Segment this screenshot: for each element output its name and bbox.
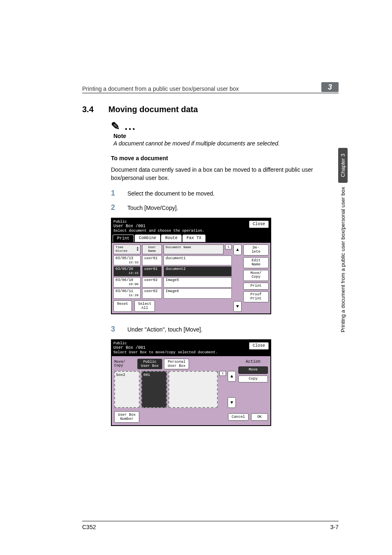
page-indicator: 1	[225, 244, 232, 249]
panel-title: User Box /001	[113, 224, 145, 228]
panel-select-document: Public User Box /001 Close Select docume…	[111, 218, 271, 314]
tab-personal-user-box[interactable]: Personal User Box	[164, 359, 189, 369]
page-header: Printing a document from a public user b…	[82, 82, 339, 93]
copy-button[interactable]: Copy	[238, 375, 268, 382]
table-row[interactable]: 03/06/1115:20 user02 Image6	[113, 288, 232, 299]
page-indicator: 1	[219, 371, 226, 376]
table-row[interactable]: 03/06/1010:00 user02 Image5	[113, 277, 232, 288]
cell-time: 03/05/2613:15	[113, 266, 141, 276]
box-column-selected[interactable]: 001	[141, 371, 167, 408]
move-copy-button[interactable]: Move/ Copy	[243, 270, 269, 281]
section-heading: 3.4 Moving document data	[82, 105, 339, 114]
scroll-down-button[interactable]: ▼	[233, 301, 242, 312]
header-breadcrumb: Printing a document from a public user b…	[82, 85, 321, 92]
step-number: 1	[111, 189, 118, 198]
col-user-name[interactable]: User Name	[142, 244, 162, 254]
delete-button[interactable]: De- lete	[243, 244, 269, 256]
close-button[interactable]: Close	[249, 221, 269, 228]
step-1: 1 Select the document to be moved.	[111, 189, 339, 198]
note-block: ✎ ... Note A document cannot be moved if…	[111, 120, 339, 147]
panel-title: User Box /001	[113, 345, 145, 350]
footer-right: 3-7	[330, 524, 339, 530]
panel-header: Public User Box /001 Close Select docume…	[112, 219, 270, 235]
step-number: 3	[111, 325, 118, 334]
cell-time: 03/05/1318:33	[113, 256, 141, 266]
page-footer: C352 3-7	[82, 521, 339, 530]
ok-button[interactable]: OK	[251, 413, 268, 421]
section-title: Moving document data	[108, 105, 198, 114]
tab-print[interactable]: Print	[113, 235, 134, 242]
box-column-empty	[168, 371, 218, 408]
panel-instruction: Select document and choose the operation…	[113, 229, 269, 233]
panel-title-small: Public	[113, 220, 145, 224]
intro-paragraph: Document data currently saved in a box c…	[111, 166, 339, 182]
panel-title-small: Public	[113, 341, 145, 346]
col-time-stored[interactable]: Time Stored ▲▼	[113, 244, 141, 254]
cell-doc: document1	[164, 256, 232, 266]
cell-doc: document2	[164, 266, 232, 276]
footer-left: C352	[82, 524, 96, 530]
cell-time: 03/06/1010:00	[113, 277, 141, 288]
tab-public-user-box[interactable]: Public User Box	[137, 359, 162, 369]
table-header-row: Time Stored ▲▼ User Name Document Name 1	[113, 244, 232, 254]
col-document-name[interactable]: Document Name	[164, 244, 224, 254]
proof-print-button[interactable]: Proof Print	[243, 291, 269, 302]
tab-fax-tx[interactable]: Fax TX	[182, 235, 205, 242]
sub-heading: To move a document	[111, 155, 339, 161]
select-all-button[interactable]: Select All	[134, 300, 155, 312]
note-text: A document cannot be moved if multiple d…	[113, 140, 339, 147]
edit-name-button[interactable]: Edit Name	[243, 257, 269, 268]
step-text: Select the document to be moved.	[127, 189, 214, 198]
cell-user: user02	[142, 288, 162, 299]
panel-move-copy: Public User Box /001 Close Select User B…	[111, 339, 271, 426]
close-button[interactable]: Close	[249, 342, 269, 350]
note-label: Note	[113, 133, 339, 139]
table-row[interactable]: 03/05/2613:15 user01 document2	[113, 266, 232, 276]
panel-header: Public User Box /001 Close Select User B…	[112, 340, 270, 357]
side-tab-label: Printing a document from a public user b…	[339, 183, 347, 339]
chapter-badge: 3	[321, 82, 339, 92]
action-header: Action	[238, 359, 268, 365]
move-copy-label: Move/ Copy	[114, 359, 136, 369]
section-number: 3.4	[82, 105, 94, 114]
cell-user: user01	[142, 256, 162, 266]
cell-doc: Image6	[164, 288, 232, 299]
table-row[interactable]: 03/05/1318:33 user01 document1	[113, 256, 232, 266]
scroll-down-button[interactable]: ▼	[228, 397, 236, 408]
col-label: Time Stored	[115, 246, 137, 253]
step-number: 2	[111, 203, 118, 212]
side-tab: Chapter 3 Printing a document from a pub…	[338, 148, 348, 339]
print-button[interactable]: Print	[243, 283, 269, 290]
move-button[interactable]: Move	[238, 366, 268, 373]
step-2: 2 Touch [Move/Copy].	[111, 203, 339, 212]
sort-icon: ▲▼	[137, 247, 138, 251]
cell-doc: Image5	[164, 277, 232, 288]
scroll-up-button[interactable]: ▲	[233, 244, 242, 255]
step-3: 3 Under "Action", touch [Move].	[111, 325, 339, 334]
cell-user: user02	[142, 277, 162, 288]
user-box-number-button[interactable]: User Box Number	[114, 411, 139, 423]
cancel-button[interactable]: Cancel	[228, 413, 249, 421]
reset-button[interactable]: Reset	[113, 300, 132, 312]
cell-user: user01	[142, 266, 162, 276]
side-tab-chapter: Chapter 3	[338, 148, 348, 183]
box-column-left[interactable]: box2	[114, 371, 140, 408]
panel-instruction: Select User Box to move/copy selected do…	[113, 350, 269, 355]
tab-combine[interactable]: Combine	[135, 235, 160, 242]
cell-time: 03/06/1115:20	[113, 288, 141, 299]
note-icon: ✎ ...	[111, 120, 339, 133]
step-text: Under "Action", touch [Move].	[127, 325, 203, 334]
panel-tabs: Print Combine Route Fax TX	[112, 235, 270, 243]
step-text: Touch [Move/Copy].	[127, 203, 178, 212]
tab-route[interactable]: Route	[161, 235, 182, 242]
scroll-up-button[interactable]: ▲	[228, 371, 236, 382]
